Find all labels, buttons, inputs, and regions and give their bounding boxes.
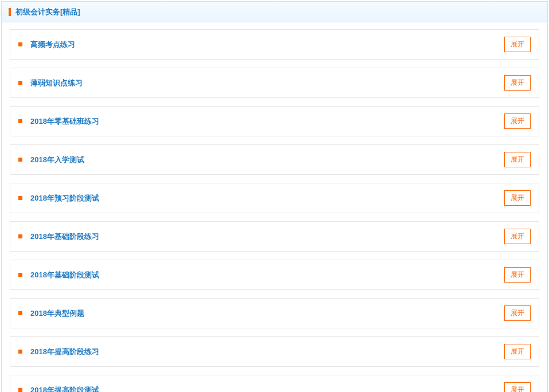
bullet-icon [18,350,22,354]
expand-button[interactable]: 展开 [504,75,531,91]
panel-title: 初级会计实务[精品] [15,7,80,17]
exercise-row: 2018年提高阶段练习 展开 [10,336,539,367]
expand-button[interactable]: 展开 [504,344,531,359]
header-accent-bar [9,8,11,16]
panel-header: 初级会计实务[精品] [2,2,547,22]
row-title[interactable]: 2018年零基础班练习 [30,116,99,127]
bullet-icon [18,311,22,315]
row-left: 高频考点练习 [18,40,75,50]
expand-button[interactable]: 展开 [504,305,531,321]
row-title[interactable]: 2018年典型例题 [30,308,84,319]
row-left: 2018年典型例题 [18,308,84,319]
bullet-icon [18,81,22,85]
row-left: 2018年提高阶段练习 [18,347,99,357]
expand-button[interactable]: 展开 [504,113,531,129]
bullet-icon [18,388,22,392]
bullet-icon [18,42,22,46]
row-left: 2018年基础阶段测试 [18,270,99,280]
row-left: 2018年零基础班练习 [18,116,99,127]
row-title[interactable]: 2018年预习阶段测试 [30,193,99,203]
exercise-row: 2018年典型例题 展开 [10,298,539,328]
expand-button[interactable]: 展开 [504,37,531,52]
row-title[interactable]: 薄弱知识点练习 [30,78,83,88]
exercise-row: 高频考点练习 展开 [10,29,539,60]
bullet-icon [18,273,22,277]
course-panel: 初级会计实务[精品] 高频考点练习 展开 薄弱知识点练习 展开 2018年零基础… [1,1,548,392]
expand-button[interactable]: 展开 [504,190,531,206]
row-left: 2018年预习阶段测试 [18,193,99,203]
row-left: 2018年提高阶段测试 [18,385,99,393]
row-left: 2018年入学测试 [18,155,84,165]
row-title[interactable]: 2018年基础阶段测试 [30,270,99,280]
bullet-icon [18,158,22,162]
row-title[interactable]: 2018年提高阶段练习 [30,347,99,357]
exercise-row: 2018年提高阶段测试 展开 [10,375,539,392]
expand-button[interactable]: 展开 [504,267,531,283]
exercise-row: 薄弱知识点练习 展开 [10,68,539,98]
exercise-row: 2018年预习阶段测试 展开 [10,183,539,213]
expand-button[interactable]: 展开 [504,229,531,244]
row-title[interactable]: 2018年提高阶段测试 [30,385,99,393]
exercise-row: 2018年基础阶段测试 展开 [10,260,539,290]
bullet-icon [18,234,22,238]
row-left: 2018年基础阶段练习 [18,232,99,242]
panel-body: 高频考点练习 展开 薄弱知识点练习 展开 2018年零基础班练习 展开 2018… [2,22,547,392]
exercise-row: 2018年零基础班练习 展开 [10,106,539,136]
exercise-row: 2018年入学测试 展开 [10,144,539,175]
bullet-icon [18,196,22,200]
exercise-row: 2018年基础阶段练习 展开 [10,221,539,252]
row-title[interactable]: 2018年入学测试 [30,155,84,165]
row-title[interactable]: 2018年基础阶段练习 [30,232,99,242]
row-title[interactable]: 高频考点练习 [30,40,75,50]
row-left: 薄弱知识点练习 [18,78,83,88]
expand-button[interactable]: 展开 [504,152,531,167]
bullet-icon [18,119,22,123]
expand-button[interactable]: 展开 [504,382,531,392]
